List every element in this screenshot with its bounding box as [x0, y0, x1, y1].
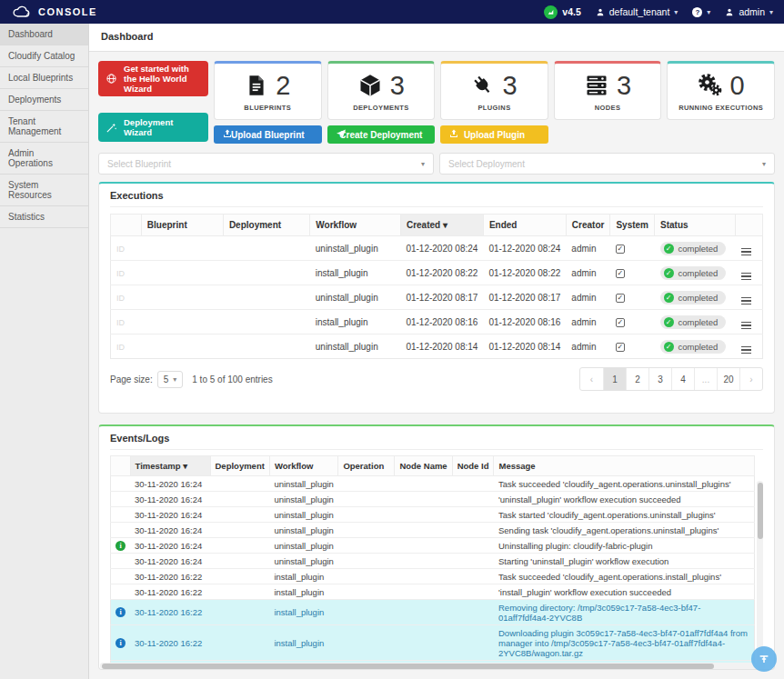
events-col-message[interactable]: Message [494, 456, 755, 476]
blueprints-stat-card[interactable]: 2 BLUEPRINTS [214, 61, 322, 120]
deployments-card-label: DEPLOYMENTS [328, 104, 435, 112]
events-col-workflow[interactable]: Workflow [269, 456, 338, 476]
row-menu-button[interactable] [741, 346, 751, 354]
executions-widget-title: Executions [110, 190, 763, 207]
page-button-2[interactable]: 2 [626, 368, 648, 390]
help-menu[interactable]: ? ▾ [692, 7, 710, 17]
sidebar-item-cloudify-catalog[interactable]: Cloudify Catalog [0, 45, 88, 67]
exec-col-ended[interactable]: Ended [483, 215, 566, 236]
events-col-icon [111, 456, 131, 476]
execution-workflow: uninstall_plugin [310, 285, 401, 310]
exec-col-actions [736, 215, 763, 236]
event-message: Task succeeded 'cloudify_agent.operation… [494, 569, 755, 584]
paper-plane-icon [336, 128, 347, 139]
tenant-menu[interactable]: default_tenant ▾ [596, 6, 678, 17]
next-page-button[interactable]: › [739, 368, 762, 390]
system-checkbox-checked[interactable]: ✓ [616, 343, 625, 352]
deployment-filter-input[interactable] [448, 159, 734, 169]
sidebar-item-dashboard[interactable]: Dashboard [0, 24, 88, 45]
filter-button[interactable] [751, 646, 777, 672]
gears-icon [698, 73, 723, 98]
nodes-count: 3 [617, 71, 631, 101]
cluster-status[interactable]: v4.5 [544, 5, 580, 19]
executions-pagination: Page size: 5 ▾ 1 to 5 of 100 entries ‹ 1… [110, 367, 763, 391]
page-button-3[interactable]: 3 [648, 368, 671, 390]
hello-world-wizard-button[interactable]: Get started with the Hello World Wizard [98, 61, 208, 96]
execution-workflow: uninstall_plugin [310, 335, 401, 359]
sidebar-item-tenant-management[interactable]: Tenant Management [0, 111, 88, 143]
event-workflow: install_plugin [269, 625, 338, 661]
execution-row[interactable]: ID uninstall_plugin 01-12-2020 08:24 01-… [111, 236, 763, 261]
blueprint-filter-select[interactable]: ▾ [98, 153, 434, 175]
executions-table: Blueprint Deployment Workflow Created ▾ … [110, 214, 763, 359]
exec-col-workflow[interactable]: Workflow [310, 215, 401, 236]
page-size-select[interactable]: 5 ▾ [157, 371, 184, 388]
row-menu-button[interactable] [741, 322, 751, 330]
events-col-node-name[interactable]: Node Name [395, 456, 452, 476]
running-executions-count: 0 [730, 71, 745, 101]
exec-col-deployment[interactable]: Deployment [223, 215, 309, 236]
row-menu-button[interactable] [741, 273, 751, 281]
row-menu-button[interactable] [741, 297, 751, 305]
status-badge: ✓completed [660, 266, 727, 280]
sidebar-item-local-blueprints[interactable]: Local Blueprints [0, 67, 88, 89]
execution-workflow: install_plugin [310, 310, 401, 335]
sidebar-item-statistics[interactable]: Statistics [0, 206, 88, 228]
page-ellipsis: ... [694, 368, 717, 390]
brand[interactable]: CONSOLE [11, 5, 97, 19]
system-checkbox-checked[interactable]: ✓ [616, 269, 625, 278]
execution-created: 01-12-2020 08:24 [400, 236, 483, 261]
event-workflow: install_plugin [269, 569, 338, 584]
page-button-20[interactable]: 20 [717, 368, 739, 390]
event-workflow: install_plugin [269, 584, 338, 600]
filter-icon [758, 653, 770, 665]
deployment-wizard-button[interactable]: Deployment Wizard [98, 113, 208, 142]
nodes-stat-card[interactable]: 3 NODES [554, 61, 662, 120]
exec-col-created[interactable]: Created ▾ [400, 215, 483, 236]
event-message: Sending task 'cloudify_agent.operations.… [494, 523, 755, 538]
exec-col-status[interactable]: Status [655, 215, 736, 236]
exec-col-creator[interactable]: Creator [566, 215, 610, 236]
page-button-4[interactable]: 4 [671, 368, 694, 390]
events-col-operation[interactable]: Operation [338, 456, 395, 476]
deployments-stat-card[interactable]: 3 DEPLOYMENTS [327, 61, 436, 120]
event-row: i 30-11-2020 16:24 uninstall_plugin Unin… [111, 538, 755, 554]
execution-row[interactable]: ID install_plugin 01-12-2020 08:16 01-12… [111, 310, 763, 335]
vertical-scrollbar-thumb[interactable] [758, 483, 763, 539]
upload-blueprint-button[interactable]: Upload Blueprint [214, 125, 322, 144]
exec-col-blueprint[interactable]: Blueprint [141, 215, 223, 236]
check-circle-icon: ✓ [664, 342, 674, 352]
servers-stack-icon [584, 73, 609, 98]
events-col-deployment[interactable]: Deployment [210, 456, 269, 476]
sidebar-item-admin-operations[interactable]: Admin Operations [0, 143, 88, 175]
system-checkbox-checked[interactable]: ✓ [616, 318, 625, 327]
execution-row[interactable]: ID install_plugin 01-12-2020 08:22 01-12… [111, 261, 763, 285]
deployment-filter-select[interactable]: ▾ [439, 153, 775, 175]
system-checkbox-checked[interactable]: ✓ [616, 294, 625, 303]
exec-col-system[interactable]: System [610, 215, 655, 236]
execution-row[interactable]: ID uninstall_plugin 01-12-2020 08:14 01-… [111, 335, 763, 359]
upload-blueprint-label: Upload Blueprint [231, 130, 305, 140]
user-menu[interactable]: admin ▾ [725, 6, 773, 17]
horizontal-scrollbar-thumb[interactable] [102, 664, 714, 669]
create-deployment-button[interactable]: Create Deployment [327, 125, 436, 144]
execution-row[interactable]: ID uninstall_plugin 01-12-2020 08:17 01-… [111, 285, 763, 310]
sidebar-item-system-resources[interactable]: System Resources [0, 175, 88, 206]
system-checkbox-checked[interactable]: ✓ [616, 245, 625, 254]
execution-ended: 01-12-2020 08:16 [483, 310, 566, 335]
prev-page-button[interactable]: ‹ [580, 368, 603, 390]
events-logs-widget-title: Events/Logs [110, 433, 763, 450]
plugins-stat-card[interactable]: 3 PLUGINS [440, 61, 548, 120]
blueprint-filter-input[interactable] [107, 159, 393, 169]
blueprints-card-label: BLUEPRINTS [215, 104, 321, 112]
page-button-1[interactable]: 1 [603, 368, 626, 390]
sidebar-item-deployments[interactable]: Deployments [0, 89, 88, 111]
events-col-timestamp[interactable]: Timestamp ▾ [130, 456, 210, 476]
events-col-node-id[interactable]: Node Id [452, 456, 494, 476]
upload-plugin-button[interactable]: Upload Plugin [440, 125, 548, 144]
execution-creator: admin [566, 285, 610, 310]
execution-created: 01-12-2020 08:16 [400, 310, 483, 335]
check-circle-icon: ✓ [664, 268, 674, 278]
row-menu-button[interactable] [741, 248, 751, 256]
running-executions-stat-card[interactable]: 0 RUNNING EXECUTIONS [667, 61, 775, 120]
